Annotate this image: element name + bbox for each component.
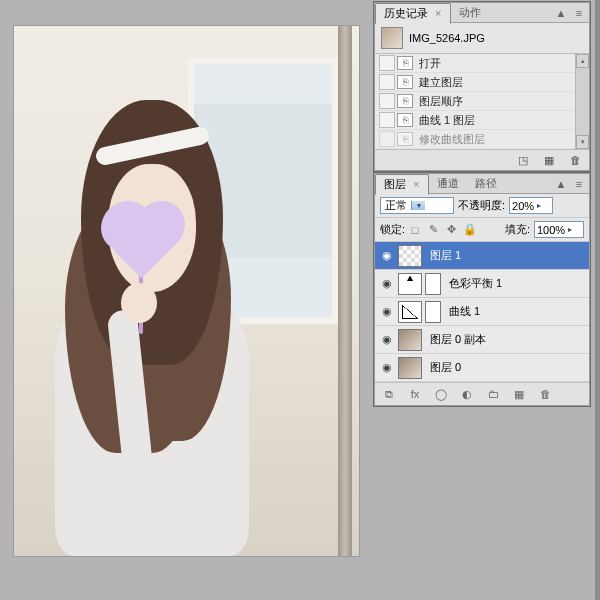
layer-row[interactable]: ◉ 曲线 1 <box>375 298 589 326</box>
adjustment-thumb[interactable] <box>398 273 422 295</box>
lock-fill-row: 锁定: □ ✎ ✥ 🔒 填充: 100% ▸ <box>375 218 589 242</box>
panels-column: 历史记录 × 动作 ▲ ≡ IMG_5264.JPG ⎘ 打开 ⎘ 建立图层 <box>374 2 590 408</box>
tab-actions[interactable]: 动作 <box>451 3 489 22</box>
panel-minimize-icon[interactable]: ▲ <box>555 178 567 190</box>
dropdown-icon: ▾ <box>411 201 425 210</box>
layer-name[interactable]: 图层 1 <box>430 248 461 263</box>
add-mask-icon[interactable]: ◯ <box>433 387 449 401</box>
history-step-icon: ⎘ <box>397 113 413 127</box>
new-group-icon[interactable]: 🗀 <box>485 387 501 401</box>
panel-menu-icon[interactable]: ≡ <box>573 7 585 19</box>
delete-state-icon[interactable]: 🗑 <box>567 153 583 167</box>
opacity-input[interactable]: 20% ▸ <box>509 197 553 214</box>
lock-all-icon[interactable]: 🔒 <box>463 223 475 236</box>
lock-transparency-icon[interactable]: □ <box>409 224 421 236</box>
lock-pixels-icon[interactable]: ✎ <box>427 223 439 236</box>
layer-style-icon[interactable]: fx <box>407 387 423 401</box>
layer-mask-thumb[interactable] <box>425 301 441 323</box>
document-canvas[interactable] <box>14 26 359 556</box>
layer-list: ◉ 图层 1 ◉ 色彩平衡 1 ◉ 曲线 1 ◉ 图层 0 副本 <box>375 242 589 382</box>
history-step-label: 修改曲线图层 <box>419 132 485 147</box>
tab-history[interactable]: 历史记录 × <box>375 3 451 24</box>
layer-row[interactable]: ◉ 图层 0 <box>375 354 589 382</box>
create-document-icon[interactable]: ◳ <box>515 153 531 167</box>
opacity-value: 20% <box>512 200 534 212</box>
lock-icons: □ ✎ ✥ 🔒 <box>409 223 475 236</box>
layer-thumb[interactable] <box>398 329 422 351</box>
history-item[interactable]: ⎘ 修改曲线图层 <box>375 130 589 149</box>
history-filename: IMG_5264.JPG <box>409 32 485 44</box>
tab-layers[interactable]: 图层 × <box>375 174 429 195</box>
scroll-up-icon[interactable]: ▴ <box>576 54 589 68</box>
blend-mode-select[interactable]: 正常 ▾ <box>380 197 454 214</box>
history-item[interactable]: ⎘ 打开 <box>375 54 589 73</box>
history-item[interactable]: ⎘ 图层顺序 <box>375 92 589 111</box>
layers-tabs: 图层 × 通道 路径 ▲ ≡ <box>375 174 589 194</box>
scroll-down-icon[interactable]: ▾ <box>576 135 589 149</box>
history-panel: 历史记录 × 动作 ▲ ≡ IMG_5264.JPG ⎘ 打开 ⎘ 建立图层 <box>374 2 590 171</box>
visibility-icon[interactable]: ◉ <box>380 249 394 263</box>
image-content <box>14 26 359 556</box>
tab-label: 图层 <box>384 178 406 190</box>
delete-layer-icon[interactable]: 🗑 <box>537 387 553 401</box>
tab-channels[interactable]: 通道 <box>429 174 467 193</box>
snapshot-slot <box>379 112 395 128</box>
blend-opacity-row: 正常 ▾ 不透明度: 20% ▸ <box>375 194 589 218</box>
lock-position-icon[interactable]: ✥ <box>445 223 457 236</box>
opacity-label: 不透明度: <box>458 198 505 213</box>
new-adjustment-icon[interactable]: ◐ <box>459 387 475 401</box>
layers-footer: ⧉ fx ◯ ◐ 🗀 ▦ 🗑 <box>375 382 589 405</box>
tab-paths[interactable]: 路径 <box>467 174 505 193</box>
blend-mode-value: 正常 <box>385 198 407 213</box>
layer-name[interactable]: 图层 0 <box>430 360 461 375</box>
history-source-row[interactable]: IMG_5264.JPG <box>375 23 589 54</box>
tab-label: 历史记录 <box>384 7 428 19</box>
layers-panel: 图层 × 通道 路径 ▲ ≡ 正常 ▾ 不透明度: 20% ▸ 锁定: <box>374 173 590 406</box>
snapshot-slot <box>379 93 395 109</box>
snapshot-slot <box>379 55 395 71</box>
new-snapshot-icon[interactable]: ▦ <box>541 153 557 167</box>
close-icon[interactable]: × <box>435 7 441 19</box>
layer-row[interactable]: ◉ 图层 1 <box>375 242 589 270</box>
history-source-thumb <box>381 27 403 49</box>
visibility-icon[interactable]: ◉ <box>380 305 394 319</box>
slider-icon[interactable]: ▸ <box>565 225 575 234</box>
history-step-label: 打开 <box>419 56 441 71</box>
app-edge <box>595 0 600 600</box>
layer-thumb[interactable] <box>398 357 422 379</box>
visibility-icon[interactable]: ◉ <box>380 361 394 375</box>
fill-input[interactable]: 100% ▸ <box>534 221 584 238</box>
layer-row[interactable]: ◉ 色彩平衡 1 <box>375 270 589 298</box>
new-layer-icon[interactable]: ▦ <box>511 387 527 401</box>
history-tabs: 历史记录 × 动作 ▲ ≡ <box>375 3 589 23</box>
history-scrollbar[interactable]: ▴ ▾ <box>575 54 589 149</box>
history-item[interactable]: ⎘ 曲线 1 图层 <box>375 111 589 130</box>
layer-row[interactable]: ◉ 图层 0 副本 <box>375 326 589 354</box>
fill-label: 填充: <box>505 222 530 237</box>
layer-thumb[interactable] <box>398 245 422 267</box>
photo-subject <box>42 100 263 556</box>
visibility-icon[interactable]: ◉ <box>380 333 394 347</box>
panel-minimize-icon[interactable]: ▲ <box>555 7 567 19</box>
lock-label: 锁定: <box>380 222 405 237</box>
adjustment-thumb[interactable] <box>398 301 422 323</box>
history-step-icon: ⎘ <box>397 56 413 70</box>
snapshot-slot <box>379 131 395 147</box>
history-footer: ◳ ▦ 🗑 <box>375 150 589 170</box>
visibility-icon[interactable]: ◉ <box>380 277 394 291</box>
history-step-icon: ⎘ <box>397 75 413 89</box>
panel-menu-icon[interactable]: ≡ <box>573 178 585 190</box>
link-layers-icon[interactable]: ⧉ <box>381 387 397 401</box>
history-step-icon: ⎘ <box>397 132 413 146</box>
layer-name[interactable]: 色彩平衡 1 <box>449 276 502 291</box>
layer-mask-thumb[interactable] <box>425 273 441 295</box>
slider-icon[interactable]: ▸ <box>534 201 544 210</box>
scroll-thumb[interactable] <box>576 68 589 135</box>
history-step-label: 图层顺序 <box>419 94 463 109</box>
close-icon[interactable]: × <box>413 178 419 190</box>
history-list: ⎘ 打开 ⎘ 建立图层 ⎘ 图层顺序 ⎘ 曲线 1 图层 ⎘ 修改曲线图 <box>375 54 589 150</box>
layer-name[interactable]: 曲线 1 <box>449 304 480 319</box>
history-item[interactable]: ⎘ 建立图层 <box>375 73 589 92</box>
layer-name[interactable]: 图层 0 副本 <box>430 332 486 347</box>
fill-value: 100% <box>537 224 565 236</box>
